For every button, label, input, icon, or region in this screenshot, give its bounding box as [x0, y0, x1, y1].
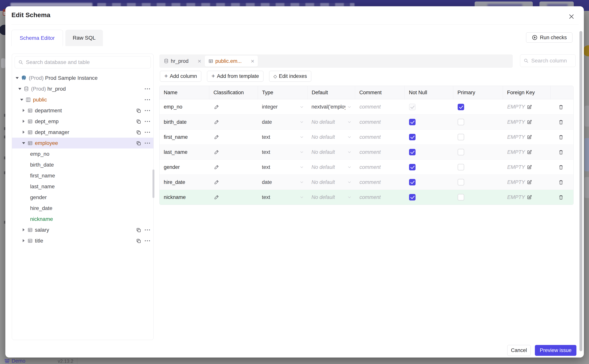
- tree-item-salary[interactable]: salary ···: [12, 224, 154, 235]
- copy-icon[interactable]: [136, 238, 141, 244]
- tree-column-last-name[interactable]: last_name: [12, 181, 154, 192]
- comment-input[interactable]: comment: [355, 164, 404, 170]
- chevron-right-icon[interactable]: [21, 108, 26, 113]
- classification-cell[interactable]: [209, 134, 258, 140]
- type-select[interactable]: text: [258, 134, 307, 140]
- classification-cell[interactable]: [209, 194, 258, 200]
- tree-item-dept-manager[interactable]: dept_manager ···: [12, 127, 154, 138]
- more-icon[interactable]: ···: [145, 97, 151, 103]
- classification-cell[interactable]: [209, 119, 258, 125]
- default-select[interactable]: nextval('employ: [307, 104, 355, 110]
- column-name[interactable]: emp_no: [160, 104, 209, 110]
- tree-column-birth-date[interactable]: birth_date: [12, 159, 154, 170]
- comment-input[interactable]: comment: [355, 194, 404, 200]
- column-name[interactable]: last_name: [160, 149, 209, 155]
- delete-icon[interactable]: [558, 194, 564, 200]
- copy-icon[interactable]: [136, 108, 141, 113]
- primary-checkbox[interactable]: [458, 104, 464, 110]
- type-select[interactable]: text: [258, 164, 307, 170]
- tab-schema-editor[interactable]: Schema Editor: [11, 30, 63, 46]
- delete-icon[interactable]: [558, 134, 564, 140]
- editor-tab-public-employee[interactable]: public.em... ×: [205, 56, 258, 67]
- chevron-right-icon[interactable]: [21, 130, 26, 135]
- cancel-button[interactable]: Cancel: [507, 345, 531, 356]
- copy-icon[interactable]: [136, 227, 141, 233]
- chevron-down-icon[interactable]: [19, 97, 24, 102]
- tree-item-department[interactable]: department ···: [12, 105, 154, 116]
- comment-input[interactable]: comment: [355, 149, 404, 155]
- type-select[interactable]: date: [258, 179, 307, 185]
- comment-input[interactable]: comment: [355, 134, 404, 140]
- run-checks-button[interactable]: Run checks: [526, 32, 572, 43]
- tree-column-first-name[interactable]: first_name: [12, 170, 154, 181]
- column-name[interactable]: nickname: [160, 194, 209, 200]
- more-icon[interactable]: ···: [145, 227, 151, 233]
- tab-raw-sql[interactable]: Raw SQL: [65, 30, 103, 46]
- tree-column-nickname[interactable]: nickname: [12, 214, 154, 224]
- not-null-checkbox[interactable]: [409, 149, 415, 155]
- classification-cell[interactable]: [209, 149, 258, 155]
- foreign-key-cell[interactable]: EMPTY: [503, 104, 550, 110]
- type-select[interactable]: date: [258, 119, 307, 125]
- classification-cell[interactable]: [209, 104, 258, 110]
- not-null-checkbox[interactable]: [409, 119, 415, 125]
- not-null-checkbox[interactable]: [409, 179, 415, 185]
- tree-item-employee[interactable]: employee ···: [12, 138, 154, 149]
- delete-icon[interactable]: [558, 119, 564, 125]
- foreign-key-cell[interactable]: EMPTY: [503, 134, 550, 140]
- tree-item-hr-prod[interactable]: (Prod) hr_prod ···: [12, 83, 154, 94]
- panel-resize-handle[interactable]: [153, 169, 154, 198]
- chevron-down-icon[interactable]: [21, 141, 26, 146]
- classification-cell[interactable]: [209, 179, 258, 185]
- primary-checkbox[interactable]: [458, 149, 464, 155]
- more-icon[interactable]: ···: [145, 238, 151, 244]
- tree-column-hire-date[interactable]: hire_date: [12, 203, 154, 214]
- type-select[interactable]: integer: [258, 104, 307, 110]
- delete-icon[interactable]: [558, 179, 564, 185]
- close-icon[interactable]: [567, 12, 576, 21]
- column-name[interactable]: first_name: [160, 134, 209, 140]
- add-from-template-button[interactable]: + Add from template: [207, 71, 263, 82]
- more-icon[interactable]: ···: [145, 130, 151, 135]
- default-select[interactable]: No default: [307, 119, 355, 125]
- primary-checkbox[interactable]: [458, 179, 464, 185]
- column-name[interactable]: birth_date: [160, 119, 209, 125]
- preview-issue-button[interactable]: Preview issue: [535, 345, 576, 356]
- foreign-key-cell[interactable]: EMPTY: [503, 149, 550, 155]
- chevron-right-icon[interactable]: [21, 119, 26, 124]
- modal-scrollbar[interactable]: [579, 31, 582, 351]
- primary-checkbox[interactable]: [458, 194, 464, 201]
- default-select[interactable]: No default: [307, 149, 355, 155]
- close-tab-icon[interactable]: ×: [198, 58, 201, 65]
- foreign-key-cell[interactable]: EMPTY: [503, 179, 550, 185]
- more-icon[interactable]: ···: [145, 86, 151, 92]
- delete-icon[interactable]: [558, 164, 564, 170]
- copy-icon[interactable]: [136, 140, 141, 146]
- chevron-down-icon[interactable]: [17, 86, 22, 91]
- editor-tab-hr-prod[interactable]: hr_prod ×: [160, 55, 205, 67]
- tree-item-public[interactable]: public ···: [12, 94, 154, 105]
- tree-item-title[interactable]: title ···: [12, 235, 154, 246]
- default-select[interactable]: No default: [307, 164, 355, 170]
- default-select[interactable]: No default: [307, 134, 355, 140]
- copy-icon[interactable]: [136, 119, 141, 124]
- delete-icon[interactable]: [558, 149, 564, 155]
- type-select[interactable]: text: [258, 149, 307, 155]
- primary-checkbox[interactable]: [458, 134, 464, 140]
- tree-search-input[interactable]: [26, 59, 147, 65]
- copy-icon[interactable]: [136, 130, 141, 135]
- tree-item-instance[interactable]: (Prod) Prod Sample Instance: [12, 72, 154, 83]
- chevron-down-icon[interactable]: [15, 76, 20, 81]
- more-icon[interactable]: ···: [145, 140, 151, 146]
- close-tab-icon[interactable]: ×: [251, 58, 254, 65]
- chevron-right-icon[interactable]: [21, 228, 26, 233]
- more-icon[interactable]: ···: [145, 108, 151, 113]
- add-column-button[interactable]: + Add column: [160, 71, 201, 82]
- chevron-right-icon[interactable]: [21, 238, 26, 243]
- edit-indexes-button[interactable]: ◇ Edit indexes: [269, 71, 311, 82]
- foreign-key-cell[interactable]: EMPTY: [503, 164, 550, 170]
- not-null-checkbox[interactable]: [409, 164, 415, 170]
- not-null-checkbox[interactable]: [409, 194, 415, 201]
- default-select[interactable]: No default: [307, 194, 355, 200]
- classification-cell[interactable]: [209, 164, 258, 170]
